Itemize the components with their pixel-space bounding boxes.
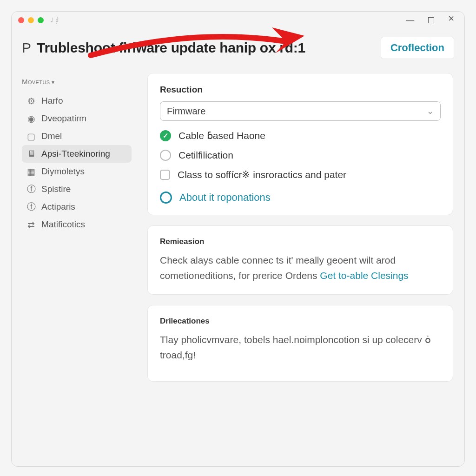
directions-text: Tlay pholicvmvare, tobels hael.noimplonc… — [160, 332, 441, 363]
collection-button[interactable]: Croflection — [381, 37, 454, 59]
circle-f-icon: ⓕ — [26, 185, 36, 194]
titlebar-glyph: ♩ ∮ — [50, 16, 59, 24]
about-link-label: About it roponations — [179, 192, 271, 204]
option-cetification[interactable]: Cetilfilication — [160, 150, 441, 161]
option-class-sofficr[interactable]: Class to soffícr※ insroractics and pater — [160, 169, 441, 180]
sidebar-item-harfo[interactable]: ⚙ Harfo — [22, 92, 132, 110]
radio-outline-icon — [160, 192, 172, 204]
minimize-button[interactable]: — — [406, 15, 414, 25]
sidebar-item-diymoletys[interactable]: ▦ Diymoletys — [22, 163, 132, 180]
sidebar-item-apsi[interactable]: 🖥 Apsi-Tteekinoring — [22, 145, 132, 163]
remeasion-card: Remieasion Check alays cable connec ts i… — [147, 225, 453, 295]
firmware-select[interactable]: Firmware ⌄ — [160, 101, 441, 121]
sidebar-item-spistire[interactable]: ⓕ Spistire — [22, 180, 132, 198]
close-button[interactable]: × — [448, 15, 454, 25]
option-cable-based[interactable]: Cable ɓased Haone — [160, 130, 441, 141]
radio-icon — [160, 150, 171, 161]
remeasion-label: Remieasion — [160, 237, 441, 246]
option-label: Class to soffícr※ insroractics and pater — [178, 169, 346, 180]
directions-label: Drilecationes — [160, 317, 441, 326]
sidebar-item-matificotics[interactable]: ⇄ Matificotics — [22, 216, 132, 233]
close-dot[interactable] — [18, 17, 24, 23]
header-prefix: P — [22, 40, 31, 56]
chevron-down-icon: ⌄ — [427, 106, 434, 116]
doc-icon: ▢ — [26, 132, 36, 141]
sidebar-item-label: Dveopatirm — [41, 113, 86, 124]
sidebar-item-dveopatirm[interactable]: ◉ Dveopatirm — [22, 110, 132, 127]
monitor-icon: 🖥 — [26, 149, 36, 159]
page-title: Trubleshoot firiware update hanip ox rd:… — [37, 40, 376, 56]
robot-icon: ⚙ — [26, 96, 36, 106]
remeasion-text: Check alays cable connec ts it' meally g… — [160, 253, 441, 283]
sidebar-header[interactable]: Movetus — [22, 78, 132, 86]
radio-checked-icon — [160, 130, 171, 141]
main-content: Resuction Firmware ⌄ Cable ɓased Haone C… — [136, 68, 464, 463]
resuction-label: Resuction — [160, 85, 441, 95]
sidebar-item-dmel[interactable]: ▢ Dmel — [22, 127, 132, 145]
app-window: ♩ ∮ — × P Trubleshoot firiware update ha… — [11, 11, 465, 467]
window-controls: — × — [406, 15, 460, 25]
option-label: Cable ɓased Haone — [178, 130, 265, 141]
sidebar: Movetus ⚙ Harfo ◉ Dveopatirm ▢ Dmel 🖥 Ap… — [12, 68, 136, 463]
header: P Trubleshoot firiware update hanip ox r… — [12, 28, 464, 64]
sidebar-item-actiparis[interactable]: ⓕ Actiparis — [22, 198, 132, 216]
resuction-card: Resuction Firmware ⌄ Cable ɓased Haone C… — [147, 73, 453, 215]
zoom-dot[interactable] — [38, 17, 44, 23]
sidebar-item-label: Actiparis — [41, 202, 75, 212]
get-to-able-link[interactable]: Get to-able Clesings — [320, 270, 408, 281]
sidebar-item-label: Diymoletys — [41, 166, 85, 177]
about-roponations-link[interactable]: About it roponations — [160, 192, 441, 204]
directions-card: Drilecationes Tlay pholicvmvare, tobels … — [147, 305, 453, 382]
sidebar-item-label: Apsi-Tteekinoring — [41, 149, 110, 159]
minimize-dot[interactable] — [28, 17, 34, 23]
grid-icon: ▦ — [26, 167, 36, 176]
maximize-button[interactable] — [428, 15, 434, 25]
sidebar-item-label: Matificotics — [41, 219, 85, 230]
checkbox-icon — [160, 170, 170, 180]
body: Movetus ⚙ Harfo ◉ Dveopatirm ▢ Dmel 🖥 Ap… — [12, 64, 464, 463]
select-value: Firmware — [167, 106, 205, 117]
sidebar-item-label: Harfo — [41, 96, 63, 106]
circle-f-icon: ⓕ — [26, 202, 36, 212]
titlebar: ♩ ∮ — × — [12, 12, 464, 28]
sidebar-item-label: Spistire — [41, 184, 71, 194]
swap-icon: ⇄ — [26, 220, 36, 229]
shield-icon: ◉ — [26, 114, 36, 123]
traffic-lights — [18, 17, 44, 23]
option-label: Cetilfilication — [178, 150, 233, 161]
option-list: Cable ɓased Haone Cetilfilication Class … — [160, 130, 441, 204]
sidebar-item-label: Dmel — [41, 131, 62, 141]
